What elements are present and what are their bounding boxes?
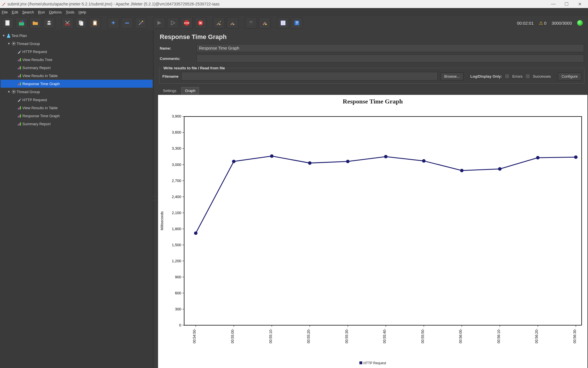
errors-label: Errors: [512, 74, 522, 79]
svg-text:2,100: 2,100: [172, 211, 181, 215]
menu-options[interactable]: Options: [49, 10, 62, 14]
svg-text:600: 600: [175, 291, 181, 295]
menu-search[interactable]: Search: [22, 10, 34, 14]
svg-rect-44: [19, 67, 20, 69]
status-warnings[interactable]: ⚠ 0: [539, 20, 547, 26]
gear-icon: [11, 41, 17, 46]
file-io-group: Write results to file / Read from file F…: [159, 66, 585, 84]
stop-button[interactable]: STOP: [181, 17, 193, 29]
test-plan-tree[interactable]: ▼Test Plan▼Thread GroupHTTP RequestView …: [0, 30, 153, 368]
svg-rect-65: [18, 116, 19, 118]
svg-point-128: [422, 159, 425, 163]
tree-item-view-results-tree[interactable]: View Results Tree: [1, 56, 153, 64]
svg-point-20: [220, 21, 221, 22]
clear-button[interactable]: [213, 17, 225, 29]
svg-line-59: [12, 93, 13, 93]
clear-all-button[interactable]: [227, 17, 239, 29]
tree-item-test-plan[interactable]: ▼Test Plan: [1, 32, 153, 40]
templates-button[interactable]: [15, 17, 28, 29]
function-helper-button[interactable]: [277, 17, 289, 29]
chart-legend: HTTP Request: [158, 359, 587, 365]
configure-button[interactable]: Configure: [558, 73, 581, 80]
tab-settings[interactable]: Settings: [159, 87, 180, 94]
tree-item-http-request[interactable]: HTTP Request: [1, 48, 153, 56]
tree-item-thread-group[interactable]: ▼Thread Group: [1, 88, 153, 96]
window-minimize-button[interactable]: —: [547, 1, 560, 7]
svg-text:3,300: 3,300: [172, 146, 181, 150]
svg-rect-68: [18, 124, 19, 126]
filename-input[interactable]: [181, 72, 437, 81]
svg-point-30: [13, 43, 15, 44]
tree-item-thread-group[interactable]: ▼Thread Group: [1, 40, 153, 48]
tree-item-view-results-in-table[interactable]: View Results in Table: [1, 72, 153, 80]
paste-button[interactable]: [89, 17, 101, 29]
copy-button[interactable]: [75, 17, 87, 29]
tree-item-summary-report[interactable]: Summary Report: [1, 120, 153, 128]
reset-search-button[interactable]: [259, 17, 271, 29]
window-maximize-button[interactable]: ☐: [560, 1, 573, 7]
browse-button[interactable]: Browse...: [441, 73, 464, 80]
svg-rect-3: [22, 20, 23, 23]
window-close-button[interactable]: ✕: [573, 1, 586, 7]
chart-icon: [17, 105, 22, 110]
menu-run[interactable]: Run: [38, 10, 45, 14]
svg-rect-6: [48, 21, 50, 22]
start-noTimers-button[interactable]: [167, 17, 179, 29]
menu-edit[interactable]: Edit: [12, 10, 18, 14]
svg-text:00:55:10-: 00:55:10-: [269, 329, 273, 343]
toggle-button[interactable]: [135, 17, 147, 29]
svg-rect-2: [20, 21, 21, 23]
name-label: Name:: [160, 46, 194, 50]
svg-text:Milliseconds: Milliseconds: [160, 212, 164, 230]
successes-label: Successes: [533, 74, 551, 79]
tree-item-http-request[interactable]: HTTP Request: [1, 96, 153, 104]
splitter[interactable]: ⋮⋮: [153, 30, 156, 368]
flask-icon: [6, 33, 11, 38]
panel-title: Response Time Graph: [156, 30, 588, 43]
save-button[interactable]: [43, 17, 55, 29]
svg-line-36: [15, 45, 15, 45]
menu-help[interactable]: Help: [79, 10, 86, 14]
svg-rect-62: [18, 108, 19, 109]
tree-item-view-results-in-table[interactable]: View Results in Table: [1, 104, 153, 112]
menu-tools[interactable]: Tools: [66, 10, 74, 14]
successes-checkbox[interactable]: [525, 74, 530, 79]
legend-label: HTTP Request: [363, 361, 386, 365]
svg-rect-50: [19, 83, 20, 85]
errors-checkbox[interactable]: [505, 74, 509, 79]
svg-text:00:55:50-: 00:55:50-: [421, 329, 425, 343]
svg-text:1,500: 1,500: [172, 243, 181, 247]
save-icon: [46, 20, 52, 26]
tree-item-response-time-graph[interactable]: Response Time Graph: [1, 112, 153, 120]
search-tree-button[interactable]: [245, 17, 257, 29]
chart-area: Response Time Graph 03006009001,2001,500…: [158, 95, 587, 368]
svg-rect-49: [18, 84, 19, 85]
gear-icon: [11, 89, 17, 94]
svg-point-124: [270, 154, 273, 158]
expand-button[interactable]: +: [107, 17, 119, 29]
svg-point-122: [194, 231, 197, 235]
collapse-button[interactable]: −: [121, 17, 133, 29]
cut-button[interactable]: [61, 17, 73, 29]
menu-file[interactable]: File: [2, 10, 8, 14]
svg-line-38: [15, 42, 15, 43]
svg-text:300: 300: [175, 307, 181, 311]
new-button[interactable]: [2, 17, 14, 29]
svg-text:3,900: 3,900: [172, 114, 181, 118]
svg-rect-66: [19, 115, 20, 118]
chart-icon: [17, 81, 22, 86]
svg-rect-39: [20, 50, 21, 51]
svg-line-37: [12, 45, 13, 45]
svg-text:2,700: 2,700: [172, 179, 181, 183]
start-button[interactable]: [153, 17, 165, 29]
svg-text:00:55:40-: 00:55:40-: [383, 329, 387, 343]
open-button[interactable]: [29, 17, 41, 29]
tab-graph[interactable]: Graph: [181, 87, 199, 94]
shutdown-button[interactable]: [194, 17, 207, 29]
tree-item-response-time-graph[interactable]: Response Time Graph: [1, 80, 153, 88]
help-button[interactable]: ?: [291, 17, 303, 29]
tree-item-summary-report[interactable]: Summary Report: [1, 64, 153, 72]
broom-icon: [229, 20, 236, 26]
name-input[interactable]: [196, 44, 584, 52]
comments-input[interactable]: [196, 54, 584, 62]
